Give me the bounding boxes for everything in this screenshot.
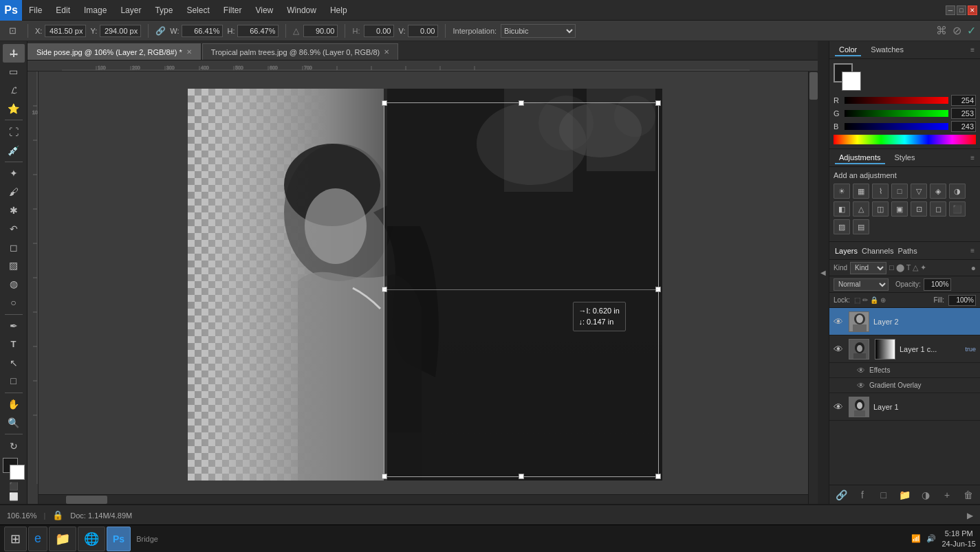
layer-item-layer2[interactable]: 👁 Layer 2	[829, 308, 980, 335]
maximize-button[interactable]: □	[957, 5, 966, 15]
color-balance-adj[interactable]: ◑	[949, 184, 966, 199]
magic-wand-tool[interactable]: ⭐	[3, 99, 25, 118]
r-slider[interactable]	[845, 97, 948, 104]
x-input[interactable]	[45, 25, 86, 37]
fg-bg-colors[interactable]	[3, 458, 25, 479]
color-lookup-adj[interactable]: ▣	[891, 201, 908, 217]
status-arrow[interactable]: ▶	[967, 511, 973, 520]
ie-taskbar-btn[interactable]: e	[28, 527, 47, 551]
fill-input[interactable]	[948, 295, 976, 306]
blur-tool[interactable]: ◍	[3, 275, 25, 294]
eraser-tool[interactable]: ◻	[3, 238, 25, 256]
cancel-transform-icon[interactable]: ⊘	[952, 24, 961, 37]
link-layers-icon[interactable]: 🔗	[834, 487, 849, 503]
photo-filter-adj[interactable]: △	[853, 201, 869, 217]
pen-tool[interactable]: ✒	[3, 316, 25, 335]
hue-sat-adj[interactable]: ◈	[930, 184, 946, 199]
add-style-icon[interactable]: f	[855, 487, 870, 503]
tab-styles[interactable]: Styles	[891, 152, 919, 164]
menu-type[interactable]: Type	[148, 0, 179, 20]
hskew-input[interactable]	[364, 25, 394, 37]
photoshop-taskbar-btn[interactable]: Ps	[107, 527, 131, 551]
crop-tool[interactable]: ⛶	[3, 122, 25, 141]
threshold-adj[interactable]: ⬛	[949, 201, 966, 217]
color-spectrum[interactable]	[834, 135, 976, 144]
transform-tool-icon[interactable]: ⊡	[4, 23, 21, 39]
add-mask-icon[interactable]: □	[876, 487, 891, 503]
menu-window[interactable]: Window	[280, 0, 323, 20]
blend-mode-select[interactable]: Normal Multiply Screen Overlay	[834, 278, 889, 291]
selective-color-adj[interactable]: ▤	[853, 219, 869, 234]
path-selection-tool[interactable]: ↖	[3, 353, 25, 372]
vskew-input[interactable]	[408, 25, 438, 37]
interpolation-select[interactable]: Bicubic Bilinear Nearest Neighbor	[501, 24, 576, 38]
y-input[interactable]	[100, 25, 141, 37]
new-adj-layer-icon[interactable]: ◑	[918, 487, 933, 503]
layer2-visibility-icon[interactable]: 👁	[834, 316, 845, 327]
menu-select[interactable]: Select	[179, 0, 216, 20]
w-input[interactable]	[182, 25, 223, 37]
files-taskbar-btn[interactable]: 📁	[49, 527, 76, 551]
h-input[interactable]	[237, 25, 279, 37]
tab-color[interactable]: Color	[835, 44, 861, 56]
type-tool[interactable]: T	[3, 335, 25, 353]
minimize-button[interactable]: ─	[946, 5, 955, 15]
history-brush-tool[interactable]: ↶	[3, 219, 25, 238]
dodge-tool[interactable]: ○	[3, 294, 25, 312]
gradient-map-adj[interactable]: ▨	[834, 219, 850, 234]
canvas-container[interactable]: →I: 0.620 in ↓: 0.147 in	[39, 71, 818, 504]
effects-visibility[interactable]: 👁	[857, 366, 867, 375]
menu-layer[interactable]: Layer	[113, 0, 148, 20]
delete-layer-icon[interactable]: 🗑	[961, 487, 976, 503]
gradient-tool[interactable]: ▨	[3, 256, 25, 275]
levels-adj[interactable]: ▦	[853, 184, 869, 199]
lock-pixels-icon[interactable]: ⬚	[854, 296, 860, 304]
invert-adj[interactable]: ⊡	[911, 201, 927, 217]
b-slider[interactable]	[845, 123, 948, 130]
rotate-tool[interactable]: ↻	[3, 437, 25, 455]
shape-filter-icon[interactable]: △	[913, 263, 918, 272]
color-panel-menu[interactable]: ≡	[970, 46, 974, 54]
scrollbar-thumb-h[interactable]	[66, 496, 107, 504]
move-tool[interactable]	[3, 44, 25, 63]
vibrance-adj[interactable]: ▽	[911, 184, 927, 199]
opacity-input[interactable]	[924, 278, 951, 291]
tab-adjustments[interactable]: Adjustments	[835, 152, 885, 164]
panel-collapse-bar[interactable]: ◀	[818, 41, 829, 504]
hand-tool[interactable]: ✋	[3, 395, 25, 414]
scrollbar-thumb-v[interactable]	[809, 72, 818, 100]
brightness-contrast-adj[interactable]: ☀	[834, 184, 850, 199]
commit-transform-icon[interactable]: ✓	[967, 24, 976, 37]
channel-mixer-adj[interactable]: ◫	[872, 201, 889, 217]
layer-item-layer1copy[interactable]: 👁 Layer 1 c... true	[829, 335, 980, 363]
type-filter-icon[interactable]: T	[906, 263, 911, 272]
warp-icon[interactable]: ⌘	[936, 24, 947, 37]
menu-view[interactable]: View	[248, 0, 280, 20]
close-button[interactable]: ✕	[968, 5, 977, 15]
lock-position-icon[interactable]: ✏	[862, 296, 868, 304]
r-input[interactable]	[951, 95, 976, 106]
new-layer-icon[interactable]: +	[939, 487, 955, 503]
tab-layers[interactable]: Layers	[835, 247, 858, 255]
adjustments-panel-menu[interactable]: ≡	[970, 154, 974, 162]
lock-all-icon[interactable]: 🔒	[870, 296, 878, 304]
windows-start-btn[interactable]: ⊞	[4, 527, 27, 551]
tab-side-pose[interactable]: Side pose.jpg @ 106% (Layer 2, RGB/8#) *…	[28, 43, 201, 60]
sub-effects[interactable]: 👁 Effects	[829, 363, 980, 378]
angle-input[interactable]	[303, 25, 338, 37]
g-input[interactable]	[951, 108, 976, 119]
b-input[interactable]	[951, 121, 976, 132]
layer1-visibility-icon[interactable]: 👁	[834, 401, 845, 412]
status-info-icon[interactable]: 🔒	[52, 510, 63, 520]
g-slider[interactable]	[845, 110, 948, 117]
menu-help[interactable]: Help	[323, 0, 354, 20]
screen-mode[interactable]: ⬛	[9, 482, 19, 491]
background-swatch[interactable]	[842, 71, 861, 91]
tab-close-2[interactable]: ✕	[384, 48, 389, 56]
eyedropper-tool[interactable]: 💉	[3, 141, 25, 159]
curves-adj[interactable]: ⌇	[872, 184, 889, 199]
horizontal-scrollbar[interactable]	[39, 494, 808, 504]
background-color[interactable]	[10, 465, 25, 480]
tab-paths[interactable]: Paths	[898, 247, 917, 255]
lock-art-boards-icon[interactable]: ⊕	[880, 296, 886, 304]
